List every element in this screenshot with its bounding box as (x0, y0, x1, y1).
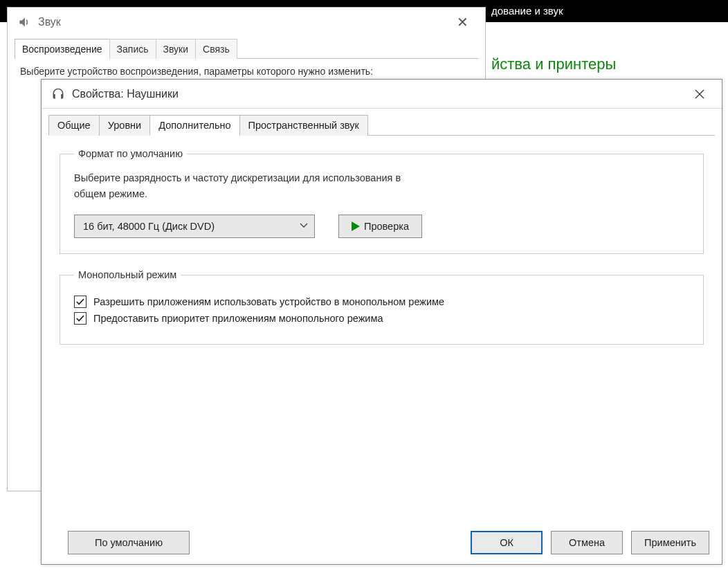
exclusive-mode-legend: Монопольный режим (74, 269, 181, 280)
test-button-label: Проверка (364, 221, 409, 232)
tab-playback[interactable]: Воспроизведение (15, 39, 110, 59)
tab-communications[interactable]: Связь (195, 39, 237, 59)
restore-defaults-button[interactable]: По умолчанию (68, 531, 190, 554)
properties-dialog-title: Свойства: Наушники (72, 88, 179, 100)
cancel-button[interactable]: Отмена (551, 531, 623, 554)
tab-spatial-sound[interactable]: Пространственный звук (239, 115, 368, 136)
default-format-legend: Формат по умолчанию (74, 148, 187, 159)
tab-advanced[interactable]: Дополнительно (149, 115, 239, 136)
default-format-description: Выберите разрядность и частоту дискретиз… (74, 170, 434, 202)
exclusive-mode-group: Монопольный режим Разрешить приложениям … (60, 269, 704, 345)
tab-levels[interactable]: Уровни (99, 115, 151, 136)
properties-tabs: Общие Уровни Дополнительно Пространствен… (48, 114, 715, 136)
allow-exclusive-label: Разрешить приложениям использовать устро… (93, 296, 444, 307)
exclusive-priority-label: Предоставить приоритет приложениям моноп… (93, 313, 383, 324)
sound-tabs: Воспроизведение Запись Звуки Связь (15, 37, 478, 59)
devices-and-printers-link-fragment[interactable]: йства и принтеры (491, 55, 616, 73)
sample-format-selected: 16 бит, 48000 Гц (Диск DVD) (83, 221, 215, 232)
play-icon (352, 221, 360, 231)
chevron-down-icon (299, 221, 309, 233)
close-button[interactable] (687, 86, 712, 102)
test-button[interactable]: Проверка (338, 215, 422, 238)
speaker-icon (17, 15, 31, 29)
allow-exclusive-checkbox[interactable] (74, 296, 87, 308)
tab-recording[interactable]: Запись (109, 39, 156, 59)
properties-dialog: Свойства: Наушники Общие Уровни Дополнит… (41, 79, 722, 565)
headphones-icon (51, 87, 65, 101)
close-button[interactable]: ✕ (450, 11, 475, 33)
ok-button[interactable]: ОК (471, 531, 543, 554)
default-format-group: Формат по умолчанию Выберите разрядность… (60, 148, 704, 254)
apply-button[interactable]: Применить (631, 531, 709, 554)
tab-general[interactable]: Общие (48, 115, 100, 136)
sound-dialog-title: Звук (38, 16, 61, 28)
exclusive-priority-checkbox[interactable] (74, 312, 87, 325)
tab-sounds[interactable]: Звуки (156, 39, 197, 59)
sample-format-dropdown[interactable]: 16 бит, 48000 Гц (Диск DVD) (74, 215, 315, 238)
